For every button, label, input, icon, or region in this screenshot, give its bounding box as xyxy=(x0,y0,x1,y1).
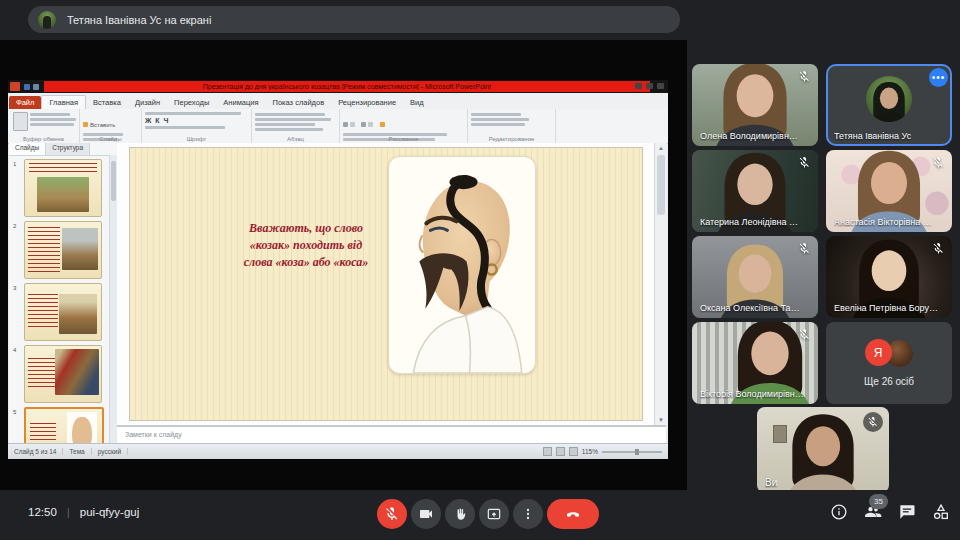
status-language: русский xyxy=(92,448,128,455)
ribbon-group-clipboard: Буфер обмена xyxy=(8,109,80,143)
participant-tile[interactable]: Анастасія Вікторівна … xyxy=(826,150,952,232)
current-slide: Вважають, що слово «козак» походить від … xyxy=(130,148,642,420)
panel-tab-outline: Структура xyxy=(46,143,90,155)
tab-file: Файл xyxy=(9,96,41,109)
participant-name: Оксана Олексіївна Та… xyxy=(700,303,800,313)
powerpoint-window: Презентація до дня українського козацтва… xyxy=(8,80,668,458)
self-mic-off-icon xyxy=(863,412,883,432)
participant-tile[interactable]: Вікторія Володимирівна Ді… xyxy=(692,322,818,404)
chat-panel-button[interactable] xyxy=(896,502,918,524)
participant-tile[interactable]: Олена Володимирівн… xyxy=(692,64,818,146)
participant-video xyxy=(866,76,912,122)
participant-tile[interactable]: Катерина Леонідівна … xyxy=(692,150,818,232)
tab-insert: Вставка xyxy=(86,96,128,109)
mic-off-icon xyxy=(932,155,945,168)
panel-tab-slides: Слайды xyxy=(9,143,46,155)
slide-panel: Слайды Структура 1 2 3 4 xyxy=(9,143,118,443)
mic-toggle-button[interactable] xyxy=(377,499,407,529)
mic-off-icon xyxy=(798,155,811,168)
meeting-panels: 35 xyxy=(828,502,952,524)
tab-transitions: Переходы xyxy=(167,96,216,109)
view-normal-button xyxy=(543,447,552,456)
people-panel-button[interactable]: 35 xyxy=(862,502,884,524)
presenting-banner-text: Тетяна Іванівна Ус на екрані xyxy=(67,14,211,26)
tab-home: Главная xyxy=(41,95,86,109)
participant-name: Олена Володимирівн… xyxy=(700,131,798,141)
more-people-avatars: Я xyxy=(865,339,914,368)
ribbon-group-font: Ж К Ч Шрифт xyxy=(142,109,252,143)
status-theme: Тема xyxy=(63,448,91,455)
participant-tile[interactable]: Оксана Олексіївна Та… xyxy=(692,236,818,318)
paste-icon xyxy=(13,112,28,131)
self-label: Ви xyxy=(765,477,777,488)
mic-off-icon xyxy=(798,241,811,254)
mic-off-icon xyxy=(798,327,811,340)
view-slideshow-button xyxy=(569,447,578,456)
slide-thumb-4 xyxy=(24,345,102,403)
clock: 12:50 xyxy=(28,506,57,518)
tile-menu-button[interactable]: ••• xyxy=(929,68,948,87)
tab-review: Рецензирование xyxy=(331,96,403,109)
raise-hand-button[interactable] xyxy=(445,499,475,529)
status-slide-count: Слайд 5 из 14 xyxy=(8,448,63,455)
avatar-letter: Я xyxy=(865,339,892,366)
more-options-button[interactable] xyxy=(513,499,543,529)
slide-text: Вважають, що слово «козак» походить від … xyxy=(226,220,386,270)
tab-view: Вид xyxy=(403,96,431,109)
slide-thumb-1 xyxy=(24,159,102,217)
participant-name: Евеліна Петрівна Бору… xyxy=(834,303,938,313)
person-silhouette xyxy=(866,80,912,122)
activities-button[interactable] xyxy=(930,502,952,524)
present-screen-button[interactable] xyxy=(479,499,509,529)
meeting-details-button[interactable] xyxy=(828,502,850,524)
self-view-tile[interactable]: Ви xyxy=(757,407,889,493)
zoom-level: 115% xyxy=(582,448,598,455)
ribbon-group-paragraph: Абзац xyxy=(252,109,340,143)
ribbon-group-drawing: Рисование xyxy=(340,109,468,143)
participant-name: Катерина Леонідівна … xyxy=(700,217,798,227)
more-people-label: Ще 26 осіб xyxy=(864,376,914,387)
slide-thumb-3 xyxy=(24,283,102,341)
titlebar-highlight: Презентація до дня українського козацтва… xyxy=(44,81,650,92)
participant-name: Тетяна Іванівна Ус xyxy=(834,131,911,141)
window-controls xyxy=(635,83,664,89)
powerpoint-titlebar: Презентація до дня українського козацтва… xyxy=(8,80,668,93)
presenting-banner: Тетяна Іванівна Ус на екрані xyxy=(28,6,680,33)
slide-number: 1 xyxy=(13,161,16,167)
slide-number: 2 xyxy=(13,223,16,229)
mic-off-icon xyxy=(798,69,811,82)
bottom-bar: 12:50 | pui-qfyy-guj xyxy=(0,490,960,540)
participant-tile[interactable]: Евеліна Петрівна Бору… xyxy=(826,236,952,318)
slide-number: 5 xyxy=(13,409,16,415)
meeting-code: pui-qfyy-guj xyxy=(80,506,139,518)
powerpoint-app-icon xyxy=(10,82,20,91)
ribbon-group-editing: Редактирование xyxy=(468,109,556,143)
notes-placeholder: Заметки к слайду xyxy=(125,431,182,438)
slide-panel-tabs: Слайды Структура xyxy=(9,143,117,156)
cossack-illustration xyxy=(388,156,536,374)
more-people-tile[interactable]: Я Ще 26 осіб xyxy=(826,322,952,404)
participants-grid: Олена Володимирівн… Тетяна Іванівна Ус •… xyxy=(692,64,952,404)
participant-name: Анастасія Вікторівна … xyxy=(834,217,932,227)
slide-number: 4 xyxy=(13,347,16,353)
presenter-avatar xyxy=(38,11,56,29)
powerpoint-statusbar: Слайд 5 из 14 Тема русский 115% xyxy=(8,443,668,459)
powerpoint-window-title: Презентація до дня українського козацтва… xyxy=(203,83,491,90)
camera-toggle-button[interactable] xyxy=(411,499,441,529)
participant-tile[interactable]: Тетяна Іванівна Ус ••• xyxy=(826,64,952,146)
slide-thumb-5 xyxy=(24,407,104,443)
zoom-slider xyxy=(602,451,662,453)
call-controls xyxy=(377,499,599,529)
participant-count-badge: 35 xyxy=(869,494,888,509)
ribbon-group-slides: Вставить Слайды xyxy=(80,109,142,143)
panel-scrollbar xyxy=(109,155,117,443)
undo-icon xyxy=(33,84,39,90)
screen-share-region[interactable]: Презентація до дня українського козацтва… xyxy=(0,40,687,490)
slide-thumb-2 xyxy=(24,221,102,279)
view-sorter-button xyxy=(556,447,565,456)
tab-slideshow: Показ слайдов xyxy=(266,96,332,109)
meet-window: Тетяна Іванівна Ус на екрані Презентація… xyxy=(0,0,960,540)
participant-name: Вікторія Володимирівна Ді… xyxy=(700,389,808,399)
slide-editing-area: Вважають, що слово «козак» походить від … xyxy=(117,143,654,425)
end-call-button[interactable] xyxy=(547,499,599,529)
